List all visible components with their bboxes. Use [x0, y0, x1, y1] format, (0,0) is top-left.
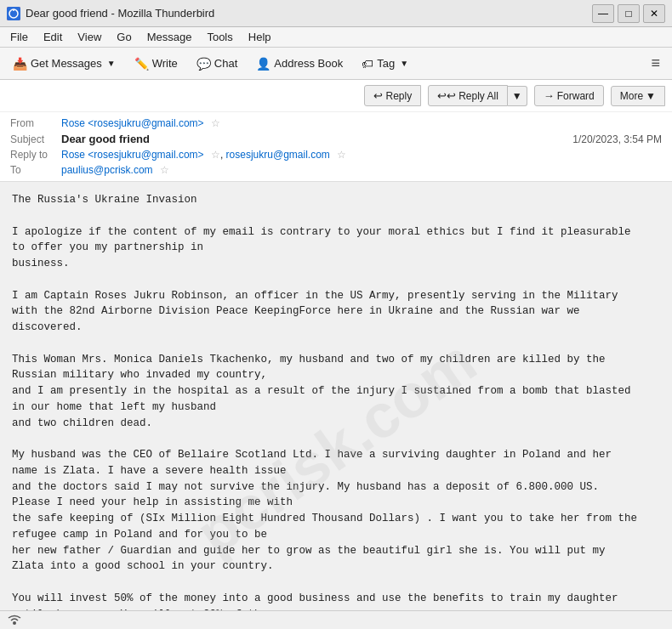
- chat-icon: 💬: [196, 57, 211, 71]
- from-label: From: [10, 117, 61, 129]
- menu-file[interactable]: File: [3, 29, 35, 45]
- address-book-button[interactable]: 👤 Address Book: [248, 53, 350, 75]
- menu-go[interactable]: Go: [110, 29, 138, 45]
- email-date: 1/20/2023, 3:54 PM: [572, 133, 662, 145]
- tag-label: Tag: [377, 57, 395, 70]
- more-arrow-icon: ▼: [646, 90, 656, 102]
- get-messages-icon: 📥: [13, 57, 27, 71]
- chat-label: Chat: [214, 57, 237, 70]
- email-body-scroll[interactable]: pcrisk.com The Russia's Ukraine Invasion…: [0, 182, 672, 610]
- to-value: paulius@pcrisk.com ☆: [61, 164, 169, 176]
- forward-button[interactable]: → Forward: [534, 85, 604, 106]
- title-bar: Dear good friend - Mozilla Thunderbird —…: [0, 0, 672, 27]
- address-book-label: Address Book: [274, 57, 343, 70]
- svg-point-3: [13, 621, 16, 625]
- from-email-link[interactable]: Rose <rosesjukru@gmail.com>: [61, 117, 204, 129]
- close-button[interactable]: ✕: [643, 4, 665, 23]
- email-area: ↩ Reply ↩↩ Reply All ▼ → F: [0, 80, 672, 610]
- more-button-group: More ▼: [611, 86, 665, 106]
- menu-view[interactable]: View: [71, 29, 108, 45]
- email-meta: From Rose <rosesjukru@gmail.com> ☆ Subje…: [0, 112, 672, 181]
- email-header: ↩ Reply ↩↩ Reply All ▼ → F: [0, 80, 672, 182]
- menu-edit[interactable]: Edit: [37, 29, 69, 45]
- address-book-icon: 👤: [256, 57, 271, 71]
- reply-all-dropdown-button[interactable]: ▼: [508, 86, 527, 106]
- window-controls: — □ ✕: [592, 4, 665, 23]
- get-messages-arrow[interactable]: ▼: [107, 59, 116, 68]
- replyto-star[interactable]: ☆: [211, 149, 220, 161]
- status-bar: [0, 610, 672, 629]
- forward-button-group: → Forward: [534, 85, 604, 106]
- reply-all-button-group: ↩↩ Reply All ▼: [428, 85, 527, 106]
- from-row: From Rose <rosesjukru@gmail.com> ☆: [10, 116, 662, 131]
- chat-button[interactable]: 💬 Chat: [189, 53, 245, 75]
- write-label: Write: [152, 57, 178, 70]
- minimize-button[interactable]: —: [592, 4, 614, 23]
- more-label: More: [620, 90, 643, 102]
- maximize-button[interactable]: □: [618, 4, 640, 23]
- email-body-wrapper: pcrisk.com The Russia's Ukraine Invasion…: [0, 182, 672, 610]
- replyto-email-link[interactable]: Rose <rosesjukru@gmail.com>: [61, 149, 204, 161]
- scroll-wrapper: pcrisk.com The Russia's Ukraine Invasion…: [0, 182, 672, 610]
- replyto-email-star[interactable]: ☆: [337, 149, 346, 161]
- more-button[interactable]: More ▼: [611, 86, 665, 106]
- window-title: Dear good friend - Mozilla Thunderbird: [26, 7, 592, 20]
- reply-icon: ↩: [373, 89, 383, 102]
- reply-all-label: Reply All: [458, 90, 498, 102]
- hamburger-menu-button[interactable]: ≡: [644, 53, 667, 74]
- toolbar: 📥 Get Messages ▼ ✏️ Write 💬 Chat 👤 Addre…: [0, 48, 672, 80]
- forward-label: Forward: [557, 90, 595, 102]
- tag-arrow[interactable]: ▼: [400, 59, 408, 68]
- to-label: To: [10, 164, 61, 176]
- write-button[interactable]: ✏️ Write: [127, 53, 185, 75]
- forward-icon: →: [544, 89, 555, 102]
- to-star[interactable]: ☆: [160, 164, 169, 176]
- menu-help[interactable]: Help: [242, 29, 278, 45]
- menu-tools[interactable]: Tools: [200, 29, 239, 45]
- to-row: To paulius@pcrisk.com ☆: [10, 162, 662, 178]
- from-value: Rose <rosesjukru@gmail.com> ☆: [61, 117, 220, 129]
- email-body: The Russia's Ukraine Invasion I apologiz…: [0, 182, 672, 610]
- replyto-value: Rose <rosesjukru@gmail.com> ☆, rosesjukr…: [61, 149, 346, 161]
- subject-label: Subject: [10, 133, 61, 145]
- replyto-row: Reply to Rose <rosesjukru@gmail.com> ☆, …: [10, 147, 662, 162]
- app-icon: [7, 7, 20, 20]
- reply-all-icon: ↩↩: [437, 89, 456, 102]
- reply-button-group: ↩ Reply: [364, 85, 421, 106]
- to-email-link[interactable]: paulius@pcrisk.com: [61, 164, 153, 176]
- reply-all-arrow-icon: ▼: [512, 90, 522, 102]
- main-container: ↩ Reply ↩↩ Reply All ▼ → F: [0, 80, 672, 629]
- subject-row: Subject Dear good friend 1/20/2023, 3:54…: [10, 131, 662, 147]
- reply-all-button[interactable]: ↩↩ Reply All: [428, 85, 508, 106]
- menu-message[interactable]: Message: [140, 29, 199, 45]
- connection-icon: [7, 613, 22, 627]
- replyto-email-link2[interactable]: rosesjukru@gmail.com: [226, 149, 330, 161]
- from-star[interactable]: ☆: [211, 117, 220, 129]
- email-actions: ↩ Reply ↩↩ Reply All ▼ → F: [0, 80, 672, 112]
- reply-label: Reply: [385, 90, 412, 102]
- tag-button[interactable]: 🏷 Tag ▼: [354, 53, 416, 75]
- write-icon: ✏️: [134, 57, 149, 71]
- menu-bar: File Edit View Go Message Tools Help: [0, 27, 672, 48]
- get-messages-button[interactable]: 📥 Get Messages ▼: [5, 53, 123, 75]
- tag-icon: 🏷: [362, 57, 373, 71]
- replyto-label: Reply to: [10, 149, 61, 161]
- reply-button[interactable]: ↩ Reply: [364, 85, 421, 106]
- subject-value: Dear good friend: [61, 133, 150, 145]
- get-messages-label: Get Messages: [31, 57, 102, 70]
